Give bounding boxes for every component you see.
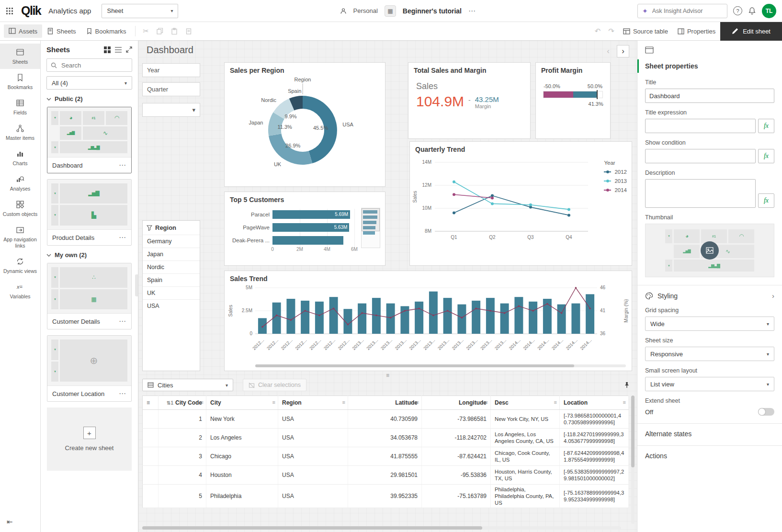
table-cell[interactable]: Los Angeles (206, 429, 278, 447)
canvas-horizontal-scrollbar[interactable] (142, 526, 621, 530)
region-list-item[interactable]: Germany (143, 235, 200, 248)
grid-spacing-select[interactable]: Wide ▾ (645, 317, 774, 331)
data-point[interactable] (453, 193, 455, 196)
table-cell[interactable]: 4 (159, 466, 206, 485)
rail-item-charts[interactable]: Charts (0, 145, 40, 170)
data-point[interactable] (529, 204, 532, 206)
bar-row[interactable]: PageWave5.63M (229, 221, 380, 234)
filter-year[interactable]: Year (142, 63, 200, 77)
bar-row[interactable]: Paracel5.69M (229, 208, 380, 221)
margin-line[interactable] (262, 288, 590, 327)
sheet-size-select[interactable]: Responsive ▾ (645, 347, 774, 361)
chart-sales-per-region[interactable]: Sales per Region USA45.5%UK26.9%Japan11.… (224, 62, 385, 187)
app-launcher-icon[interactable] (6, 7, 13, 15)
trend-bar[interactable] (286, 299, 295, 334)
chart-profit-margin[interactable]: Profit Margin -50.0% 50.0% 41.3% (535, 62, 611, 139)
table-cell[interactable]: Houston (206, 466, 278, 485)
extend-sheet-toggle[interactable] (758, 408, 774, 416)
trend-bar[interactable] (315, 302, 324, 334)
copy-icon[interactable] (153, 28, 167, 34)
column-header-region[interactable]: Region≡ (278, 396, 348, 410)
table-cell[interactable]: USA (278, 447, 348, 466)
fx-button[interactable]: fx (758, 119, 774, 133)
table-cell[interactable]: Chicago (206, 447, 278, 466)
bar-row[interactable]: Deak-Perera ... (229, 234, 380, 247)
fx-button[interactable]: fx (758, 149, 774, 163)
table-cell[interactable]: USA (278, 410, 348, 429)
panel-resize-handle[interactable] (135, 274, 138, 296)
personal-label[interactable]: Personal (353, 7, 378, 14)
column-header-city[interactable]: City≡ (206, 396, 278, 410)
insight-advisor-input[interactable] (651, 7, 723, 15)
previous-sheet-icon[interactable]: ‹ (602, 45, 614, 57)
trend-line-2014[interactable] (454, 194, 492, 198)
alternate-states-section[interactable]: Alternate states (645, 424, 774, 438)
small-screen-layout-select[interactable]: List view ▾ (645, 377, 774, 391)
table-cell[interactable]: -118.242702 (422, 429, 491, 447)
table-row[interactable]: 5PhiladelphiaUSA39.952335-75.163789Phila… (143, 485, 629, 508)
card-more-icon[interactable]: ⋯ (119, 233, 126, 242)
chart-total-sales-and-margin[interactable]: Total Sales and Margin Sales 104.9M - 43… (408, 62, 531, 139)
region-listbox-header[interactable]: Region (143, 221, 200, 235)
clear-selections-button[interactable]: Clear selections (243, 379, 306, 391)
column-header-longitude[interactable]: Longitude≡ (422, 396, 491, 410)
chart-horizontal-scrollbar[interactable] (255, 364, 626, 367)
region-list-item[interactable]: Nordic (143, 260, 200, 273)
data-point[interactable] (567, 208, 570, 211)
trend-bar[interactable] (457, 305, 466, 334)
change-thumbnail-button[interactable] (701, 241, 719, 260)
table-cell[interactable]: 5 (159, 485, 206, 508)
legend-item[interactable]: 2014 (604, 187, 627, 193)
legend-item[interactable]: 2012 (604, 169, 627, 175)
undo-icon[interactable]: ↶ (591, 27, 605, 35)
rail-item-sheets[interactable]: Sheets (0, 44, 40, 69)
edit-sheet-button[interactable]: Edit sheet (720, 22, 782, 41)
trend-bar[interactable] (329, 297, 338, 334)
insight-advisor-search[interactable]: ✦ (637, 4, 727, 18)
trend-line-2012[interactable] (454, 196, 569, 215)
table-cell[interactable]: [-73.98658100000001,40.730598999999996] (560, 410, 629, 429)
trend-bar[interactable] (586, 294, 594, 334)
data-point[interactable] (491, 202, 494, 205)
show-condition-input[interactable] (645, 149, 756, 163)
column-header-latitude[interactable]: Latitude≡ (348, 396, 422, 410)
sheet-filter-select[interactable]: All (4) ▾ (46, 76, 132, 90)
table-cell[interactable]: -95.53836 (422, 466, 491, 485)
table-cell[interactable]: Philadelphia (206, 485, 278, 508)
data-table[interactable]: ≡⇅1City Code≡City≡Region≡Latitude≡Longit… (142, 396, 629, 508)
table-cell[interactable]: -73.986581 (422, 410, 491, 429)
data-point[interactable] (567, 214, 570, 216)
row-menu-header[interactable]: ≡ (143, 396, 159, 410)
source-table-button[interactable]: Source table (618, 24, 673, 38)
table-cell[interactable]: [-75.163788999999994,39.952334999999998] (560, 485, 629, 508)
app-title[interactable]: Beginner's tutorial (403, 7, 462, 15)
grid-view-icon[interactable] (104, 46, 111, 53)
paste-icon[interactable] (167, 28, 181, 34)
trend-bar[interactable] (514, 297, 523, 334)
trend-bar[interactable] (571, 304, 580, 334)
dimension-dropdown[interactable]: ▾ (142, 103, 200, 117)
table-cell[interactable]: [-118.24270199999999,34.053677999999998] (560, 429, 629, 447)
card-more-icon[interactable]: ⋯ (119, 317, 126, 326)
sheet-search[interactable] (46, 58, 132, 72)
description-textarea[interactable] (645, 179, 756, 208)
styling-section[interactable]: Styling › (645, 285, 774, 301)
rail-item-dynamic-views[interactable]: Dynamic views (0, 253, 40, 278)
column-header-desc[interactable]: Desc≡ (491, 396, 560, 410)
trend-bar[interactable] (443, 298, 452, 334)
table-vertical-scrollbar[interactable] (631, 396, 635, 524)
column-header-city-code[interactable]: ⇅1City Code≡ (159, 396, 206, 410)
table-cell[interactable]: USA (278, 485, 348, 508)
region-list-item[interactable]: Spain (143, 273, 200, 286)
help-icon[interactable]: ? (733, 6, 742, 15)
table-cell[interactable]: USA (278, 466, 348, 485)
sheet-search-input[interactable] (60, 61, 128, 69)
table-cell[interactable]: -75.163789 (422, 485, 491, 508)
data-point[interactable] (453, 212, 455, 215)
notifications-bell-icon[interactable] (748, 7, 756, 15)
split-drag-handle[interactable]: ≡ (386, 373, 389, 378)
card-more-icon[interactable]: ⋯ (119, 161, 126, 170)
chart-minimap[interactable] (361, 208, 380, 248)
rail-item-bookmarks[interactable]: Bookmarks (0, 69, 40, 94)
donut-chart[interactable]: USA45.5%UK26.9%Japan11.3%Nordic9.9%Spain… (225, 76, 385, 185)
